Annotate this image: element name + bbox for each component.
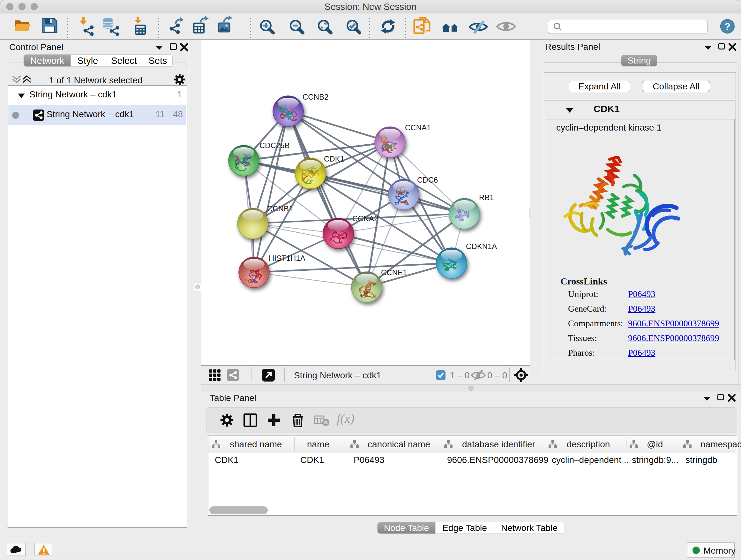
svg-text:CCNB1: CCNB1 (267, 204, 293, 213)
svg-text:CCNB2: CCNB2 (302, 92, 328, 101)
svg-text:CDKN1A: CDKN1A (466, 242, 497, 251)
svg-text:HIST1H1A: HIST1H1A (269, 254, 306, 262)
svg-text:CCNE1: CCNE1 (381, 268, 407, 277)
svg-text:CDC25B: CDC25B (259, 141, 290, 150)
svg-text:CCNA1: CCNA1 (405, 123, 431, 132)
svg-text:RB1: RB1 (479, 193, 494, 202)
svg-text:CDC6: CDC6 (417, 176, 438, 184)
svg-text:CCNA2: CCNA2 (352, 214, 378, 223)
svg-text:CDK1: CDK1 (324, 154, 344, 163)
